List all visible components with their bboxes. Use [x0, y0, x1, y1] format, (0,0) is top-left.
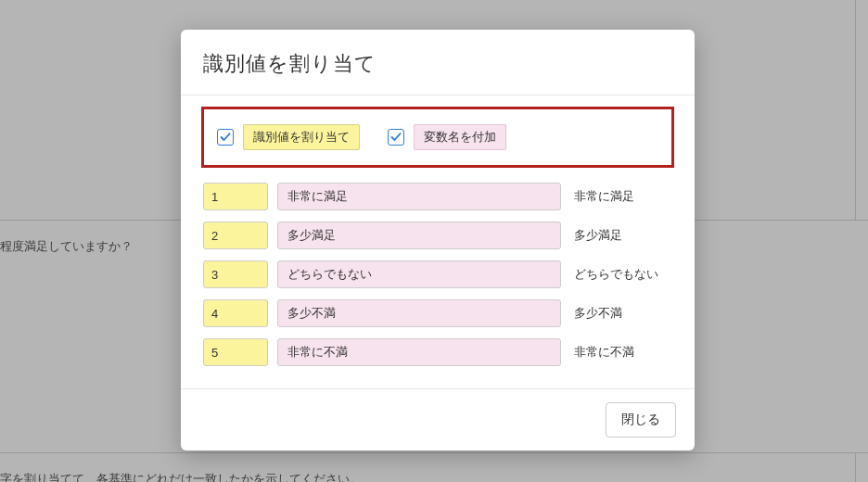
modal-footer: 閉じる: [181, 388, 695, 450]
orig-label: 非常に不満: [570, 344, 672, 361]
orig-label: 多少不満: [570, 305, 672, 322]
id-input[interactable]: [203, 222, 268, 249]
orig-label: どちらでもない: [570, 266, 672, 283]
close-button[interactable]: 閉じる: [606, 402, 676, 438]
option-row: 多少満足: [203, 222, 672, 249]
id-input[interactable]: [203, 338, 268, 366]
var-input[interactable]: [277, 338, 561, 366]
option-row: 多少不満: [203, 299, 672, 327]
highlighted-options-box: 識別値を割り当て 変数名を付加: [201, 107, 674, 168]
modal-title: 識別値を割り当て: [203, 50, 672, 78]
var-input[interactable]: [277, 260, 561, 288]
add-var-chip: 変数名を付加: [414, 124, 506, 150]
check-icon: [390, 132, 402, 143]
assign-id-chip: 識別値を割り当て: [243, 124, 360, 150]
var-input[interactable]: [277, 299, 561, 327]
var-input[interactable]: [277, 222, 561, 249]
orig-label: 非常に満足: [570, 188, 672, 205]
orig-label: 多少満足: [570, 227, 672, 244]
option-row: どちらでもない: [203, 260, 672, 288]
id-input[interactable]: [203, 299, 268, 327]
add-var-checkbox[interactable]: [388, 129, 404, 146]
id-input[interactable]: [203, 260, 268, 288]
option-row: 非常に不満: [203, 338, 672, 366]
var-input[interactable]: [277, 183, 561, 210]
assign-id-option[interactable]: 識別値を割り当て: [217, 124, 360, 150]
assign-id-checkbox[interactable]: [217, 129, 234, 146]
check-icon: [220, 132, 231, 143]
assign-id-modal: 識別値を割り当て 識別値を割り当て 変数名を付加: [181, 30, 695, 450]
option-row: 非常に満足: [203, 183, 672, 210]
id-input[interactable]: [203, 183, 268, 210]
modal-body: 識別値を割り当て 変数名を付加 非常に満足 多少満足: [181, 95, 695, 388]
modal-header: 識別値を割り当て: [181, 30, 695, 95]
add-var-option[interactable]: 変数名を付加: [388, 124, 506, 150]
